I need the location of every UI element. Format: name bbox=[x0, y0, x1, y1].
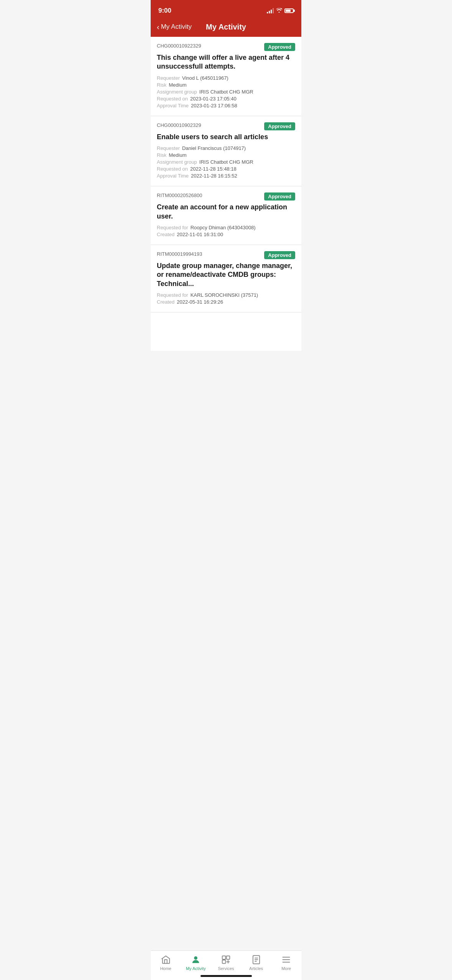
item-title: Update group manager, change manager, or… bbox=[157, 261, 295, 288]
meta-value: KARL SOROCHINSKI (37571) bbox=[191, 292, 258, 298]
meta-label: Requested on bbox=[157, 166, 188, 172]
approved-badge: Approved bbox=[264, 192, 295, 201]
meta-value: Daniel Franciscus (1074917) bbox=[182, 145, 246, 151]
item-id: RITM000020526800 bbox=[157, 192, 202, 198]
meta-label: Risk bbox=[157, 152, 166, 158]
meta-label: Requested on bbox=[157, 96, 188, 102]
meta-value: 2022-11-28 15:48:18 bbox=[190, 166, 237, 172]
item-title: This change will offer a live agent afte… bbox=[157, 53, 295, 71]
item-meta-field: Requested forRoopcy Dhiman (643043008) bbox=[157, 225, 295, 230]
item-meta-field: Requested forKARL SOROCHINSKI (37571) bbox=[157, 292, 295, 298]
wifi-icon bbox=[276, 8, 282, 14]
meta-value: IRIS Chatbot CHG MGR bbox=[199, 159, 253, 165]
item-meta-field: Created2022-05-31 16:29:26 bbox=[157, 299, 295, 305]
status-icons bbox=[267, 8, 294, 14]
item-meta-field: RequesterDaniel Franciscus (1074917) bbox=[157, 145, 295, 151]
item-meta-field: Assignment groupIRIS Chatbot CHG MGR bbox=[157, 89, 295, 95]
status-bar: 9:00 bbox=[151, 0, 301, 19]
item-meta-field: RequesterVinod L (645011967) bbox=[157, 75, 295, 81]
meta-label: Risk bbox=[157, 82, 166, 88]
meta-label: Assignment group bbox=[157, 89, 197, 95]
item-meta-field: RiskMedium bbox=[157, 82, 295, 88]
signal-icon bbox=[267, 8, 274, 13]
meta-label: Created bbox=[157, 232, 174, 237]
meta-value: IRIS Chatbot CHG MGR bbox=[199, 89, 253, 95]
page-title: My Activity bbox=[206, 23, 246, 31]
item-id: CHG000010922329 bbox=[157, 43, 201, 49]
item-id: CHG000010902329 bbox=[157, 122, 201, 128]
meta-value: 2023-01-23 17:05:40 bbox=[190, 96, 237, 102]
activity-item[interactable]: RITM000020526800ApprovedCreate an accoun… bbox=[151, 186, 301, 245]
meta-value: 2022-11-28 16:15:52 bbox=[191, 173, 237, 179]
item-title: Create an account for a new application … bbox=[157, 203, 295, 221]
meta-value: 2022-05-31 16:29:26 bbox=[177, 299, 223, 305]
meta-value: Medium bbox=[169, 82, 186, 88]
approved-badge: Approved bbox=[264, 122, 295, 130]
meta-label: Requested for bbox=[157, 292, 188, 298]
item-meta-field: Requested on2023-01-23 17:05:40 bbox=[157, 96, 295, 102]
meta-label: Assignment group bbox=[157, 159, 197, 165]
meta-label: Requester bbox=[157, 75, 180, 81]
activity-item[interactable]: CHG000010922329ApprovedThis change will … bbox=[151, 37, 301, 116]
item-meta-field: Approval Time2023-01-23 17:06:58 bbox=[157, 103, 295, 109]
meta-value: Roopcy Dhiman (643043008) bbox=[191, 225, 256, 230]
back-chevron-icon: ‹ bbox=[157, 23, 159, 31]
item-meta-field: Requested on2022-11-28 15:48:18 bbox=[157, 166, 295, 172]
item-id: RITM000019994193 bbox=[157, 251, 202, 257]
activity-item[interactable]: CHG000010902329ApprovedEnable users to s… bbox=[151, 116, 301, 186]
back-button[interactable]: ‹ My Activity bbox=[157, 23, 192, 31]
battery-icon bbox=[284, 8, 294, 13]
back-label: My Activity bbox=[161, 23, 192, 31]
meta-label: Created bbox=[157, 299, 174, 305]
meta-value: Medium bbox=[169, 152, 186, 158]
approved-badge: Approved bbox=[264, 251, 295, 259]
item-meta-field: Assignment groupIRIS Chatbot CHG MGR bbox=[157, 159, 295, 165]
meta-label: Approval Time bbox=[157, 103, 189, 109]
activity-item[interactable]: RITM000019994193ApprovedUpdate group man… bbox=[151, 245, 301, 312]
approved-badge: Approved bbox=[264, 43, 295, 51]
item-meta-field: Approval Time2022-11-28 16:15:52 bbox=[157, 173, 295, 179]
meta-value: 2022-11-01 16:31:00 bbox=[177, 232, 223, 237]
activity-list: CHG000010922329ApprovedThis change will … bbox=[151, 37, 301, 351]
header: ‹ My Activity My Activity bbox=[151, 19, 301, 37]
item-title: Enable users to search all articles bbox=[157, 133, 295, 141]
meta-value: Vinod L (645011967) bbox=[182, 75, 228, 81]
meta-value: 2023-01-23 17:06:58 bbox=[191, 103, 237, 109]
item-meta-field: Created2022-11-01 16:31:00 bbox=[157, 232, 295, 237]
status-time: 9:00 bbox=[158, 7, 171, 15]
meta-label: Requested for bbox=[157, 225, 188, 230]
item-meta-field: RiskMedium bbox=[157, 152, 295, 158]
meta-label: Requester bbox=[157, 145, 180, 151]
meta-label: Approval Time bbox=[157, 173, 189, 179]
